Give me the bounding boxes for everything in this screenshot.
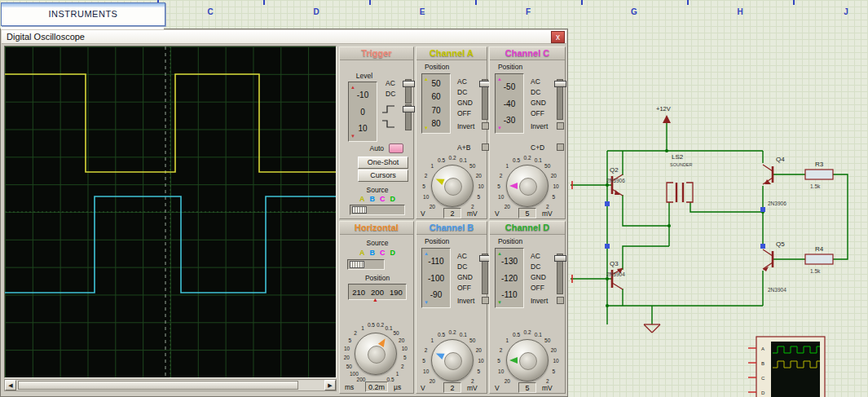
mini-scope-screen — [771, 342, 820, 397]
unit-volts: V — [421, 210, 425, 218]
trigger-coupling-slider[interactable] — [405, 79, 412, 104]
unit-millivolts: mV — [542, 384, 553, 392]
channel-a-panel: Channel A Position ▲ ▼ 50607080 ACDCGNDO… — [416, 46, 487, 219]
trigger-coupling-options: ACDC — [386, 80, 395, 98]
value-label: 2N3906 — [606, 178, 625, 183]
transistor-q5[interactable]: Q5 2N3904 — [763, 240, 786, 293]
mini-channel-label: B — [761, 361, 764, 366]
knob-pointer — [506, 339, 549, 382]
trigger-level-display[interactable]: ▲ ▼ -10010 — [348, 82, 377, 142]
volts-div-value: 2 — [443, 208, 461, 218]
value-label: 1.5k — [810, 183, 821, 189]
trigger-source-label: Source — [346, 186, 408, 194]
scroll-right-icon[interactable]: ▶ — [324, 380, 336, 390]
transistor-q4[interactable]: Q4 2N3906 — [763, 156, 786, 206]
column-ruler-ticks — [157, 0, 796, 5]
node-markers — [605, 201, 765, 249]
volts-div-value: 5 — [518, 382, 536, 393]
column-header: H — [687, 7, 793, 18]
window-titlebar[interactable]: Digital Oscilloscope x — [2, 30, 566, 44]
unit-us: µs — [394, 383, 401, 391]
unit-volts: V — [495, 384, 500, 392]
mini-trace-green — [773, 346, 820, 353]
column-header: C — [157, 7, 263, 18]
trigger-source-slider[interactable] — [350, 205, 405, 215]
power-symbol[interactable]: +12V — [656, 105, 671, 123]
mini-channel-label: C — [761, 376, 765, 381]
ref-label: Q3 — [610, 260, 619, 267]
ref-label: LS2 — [672, 153, 684, 161]
wire-junctions — [606, 149, 764, 307]
column-headers: CDEFGHJ — [157, 7, 868, 18]
sounder-ls2[interactable]: LS2 SOUNDER — [667, 153, 693, 202]
mini-channel-label: A — [761, 346, 764, 351]
instruments-tab[interactable]: INSTRUMENTS — [1, 2, 165, 26]
column-header: E — [369, 7, 475, 18]
transistor-q3[interactable]: Q3 2N3904 — [606, 260, 625, 289]
value-label: 2N3906 — [768, 201, 786, 206]
volts-div-value: 2 — [443, 382, 461, 393]
time-div-value: 0.2m — [365, 382, 388, 392]
value-label: 2N3904 — [606, 271, 625, 277]
level-label: Level — [346, 72, 382, 80]
mini-oscilloscope[interactable]: A B C D — [748, 337, 825, 397]
schematic-canvas[interactable]: CDEFGHJ +12V Q2 — [0, 0, 868, 397]
ref-label: R3 — [815, 161, 824, 168]
mini-channel-label: D — [761, 390, 765, 395]
auto-label: Auto — [356, 144, 384, 152]
volts-div-value: 5 — [518, 208, 536, 218]
window-title: Digital Oscilloscope — [7, 32, 85, 42]
column-header: J — [793, 7, 868, 18]
value-label: SOUNDER — [670, 162, 693, 167]
trigger-source-letters[interactable]: ABCD — [346, 195, 408, 203]
resistor-r3[interactable]: R3 1.5k — [805, 161, 833, 189]
scrollbar-thumb[interactable] — [18, 381, 298, 390]
level-down-arrow[interactable]: ▼ — [350, 134, 355, 139]
auto-indicator-led[interactable] — [389, 143, 403, 153]
ref-label: Q4 — [776, 156, 785, 163]
edge-select-slider[interactable] — [405, 104, 412, 130]
scrollbar-track[interactable] — [16, 380, 324, 390]
unit-volts: V — [421, 384, 425, 392]
column-header: G — [581, 7, 687, 18]
channel-c-panel: Channel C Position ▲ ▼ -50-40-30 ACDCGND… — [489, 46, 566, 219]
unit-ms: ms — [345, 383, 354, 391]
horizontal-panel: Horizontal Source ABCD Position 21020019… — [339, 221, 414, 394]
ground-symbol[interactable] — [644, 324, 660, 333]
mini-scope-pins — [748, 348, 756, 392]
knob-pointer — [506, 165, 549, 207]
channel-b-panel: Channel B Position ▲ ▼ -110-100-90 ACDCG… — [416, 221, 487, 394]
display-scrollbar[interactable]: ◀ ▶ — [4, 379, 337, 391]
oscilloscope-window[interactable]: Digital Oscilloscope x ◀ ▶ Trigger Level… — [0, 29, 568, 397]
one-shot-button[interactable]: One-Shot — [358, 157, 408, 169]
column-header: F — [475, 7, 581, 18]
scope-display — [4, 46, 337, 378]
trigger-title: Trigger — [340, 47, 413, 60]
ref-label: Q2 — [610, 166, 619, 174]
unit-millivolts: mV — [467, 384, 478, 392]
level-up-arrow[interactable]: ▲ — [350, 85, 355, 90]
ref-label: Q5 — [776, 240, 785, 248]
unit-millivolts: mV — [467, 210, 478, 218]
value-label: 1.5k — [810, 268, 821, 274]
wires[interactable] — [571, 122, 848, 324]
falling-edge-icon[interactable] — [381, 119, 397, 129]
ref-label: R4 — [815, 245, 824, 253]
scope-traces — [5, 46, 336, 377]
mini-trace-yellow — [773, 361, 820, 368]
value-label: 2N3904 — [768, 287, 786, 293]
unit-volts: V — [495, 210, 500, 218]
column-header: D — [263, 7, 369, 18]
rising-edge-icon[interactable] — [381, 104, 397, 114]
unit-millivolts: mV — [542, 210, 553, 218]
cursors-button[interactable]: Cursors — [358, 170, 408, 182]
channel-d-panel: Channel D Position ▲ ▼ -130-120-110 ACDC… — [489, 221, 566, 394]
power-label: +12V — [656, 105, 671, 112]
transistor-q2[interactable]: Q2 2N3906 — [606, 166, 625, 196]
trigger-panel: Trigger Level ▲ ▼ -10010 ACDC Auto — [339, 46, 414, 219]
instruments-tab-highlight — [2, 3, 165, 7]
scroll-left-icon[interactable]: ◀ — [5, 380, 16, 390]
resistor-r4[interactable]: R4 1.5k — [805, 245, 833, 274]
close-button[interactable]: x — [551, 31, 565, 43]
level-values: -10010 — [349, 82, 377, 141]
